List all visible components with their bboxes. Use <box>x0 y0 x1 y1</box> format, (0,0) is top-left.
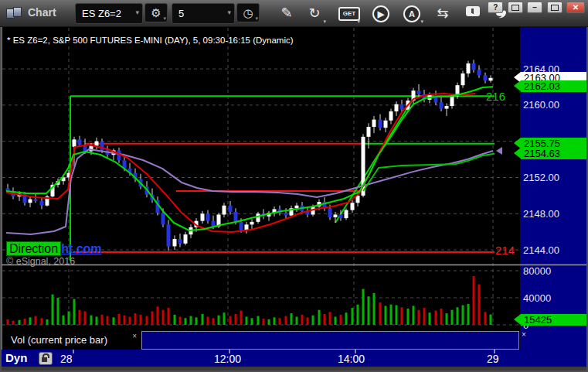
close-icon[interactable]: × <box>132 332 137 340</box>
vol-study-tab-label: Vol (current price bar) <box>11 334 107 346</box>
volume-bar <box>207 317 209 326</box>
time-template-button[interactable]: ◷ ▾ <box>236 3 260 22</box>
chevron-down-icon: ▾ <box>255 15 258 22</box>
chart-window: Chart ES Z6=2 ▾ ⚙ ▾ 5 ▾ ◷ ▾ ✎ ↻ ▾ GET ▾ … <box>0 0 588 372</box>
copyright-text: © eSignal, 2016 <box>6 256 75 267</box>
chat-icon <box>466 6 480 16</box>
minimize-button[interactable]: – <box>527 2 542 13</box>
symbol-combo[interactable]: ES Z6=2 ▾ <box>75 3 143 24</box>
pencil-icon: ✎ <box>280 5 292 21</box>
volume-bar <box>251 318 253 325</box>
volume-bar <box>79 310 81 325</box>
volume-bar <box>340 315 342 325</box>
volume-bar <box>24 319 26 325</box>
maximize-button[interactable] <box>547 2 563 13</box>
candle-body <box>167 224 171 246</box>
volume-bar <box>318 310 321 325</box>
candle-body <box>229 206 233 212</box>
volume-bar <box>240 311 243 325</box>
vol-study-tab[interactable]: Vol (current price bar) × <box>3 331 141 350</box>
lock-icon[interactable] <box>39 352 53 365</box>
candle-body <box>100 142 104 151</box>
volume-bar <box>291 313 293 325</box>
candle-body <box>345 210 348 219</box>
volume-bar <box>174 315 176 325</box>
candle-body <box>178 239 182 244</box>
volume-bar <box>157 306 159 325</box>
candle-body <box>356 196 360 203</box>
volume-bar <box>101 315 104 325</box>
auto-trade-button[interactable]: A ▾ <box>400 5 423 23</box>
volume-bar <box>263 319 265 325</box>
candle-body <box>417 90 421 94</box>
candle-body <box>472 63 476 70</box>
volume-bar <box>379 302 382 325</box>
volume-bar <box>12 321 15 325</box>
volume-bar <box>473 276 475 325</box>
chat-button[interactable] <box>462 5 485 23</box>
candle-body <box>379 120 382 128</box>
volume-bar <box>223 312 226 325</box>
toolbar: Chart ES Z6=2 ▾ ⚙ ▾ 5 ▾ ◷ ▾ ✎ ↻ ▾ GET ▾ … <box>0 0 588 27</box>
candle-body <box>284 213 288 216</box>
watermark-link[interactable]: ht.com <box>61 242 101 255</box>
window-controls: ? – ✕ <box>487 2 585 13</box>
volume-bar <box>35 316 37 325</box>
candle-body <box>334 214 338 217</box>
chevron-down-icon: ▾ <box>135 9 139 16</box>
price-tick-label: 2144.00 <box>523 244 559 256</box>
volume-bar <box>440 309 443 325</box>
volume-bar <box>484 312 487 325</box>
volume-bar <box>446 313 448 325</box>
volume-bar <box>195 317 198 325</box>
price-chart[interactable] <box>0 0 588 372</box>
volume-bar <box>357 305 359 325</box>
draw-pencil-button[interactable]: ✎ <box>275 5 298 23</box>
volume-bar <box>63 316 65 325</box>
share-button[interactable]: ⇆ <box>431 5 454 23</box>
volume-bar <box>68 312 70 326</box>
volume-bar <box>29 317 32 325</box>
play-button[interactable]: ▶ <box>369 5 393 23</box>
volume-bar <box>179 317 182 326</box>
chevron-down-icon: ▾ <box>420 19 423 25</box>
volume-bar <box>146 316 148 325</box>
chart-window-icon <box>6 7 23 19</box>
symbol-settings-button[interactable]: ⚙ ▾ <box>144 3 168 22</box>
red-line-label: 214 <box>495 244 519 257</box>
time-axis-label[interactable]: 28 <box>60 353 73 365</box>
volume-bar <box>257 316 260 325</box>
replay-button[interactable]: ↻ ▾ <box>303 5 326 23</box>
send-icon: ⇆ <box>437 5 448 21</box>
volume-tick-label: 40000 <box>523 292 551 304</box>
volume-bar <box>41 318 43 325</box>
interval-combo[interactable]: 5 ▾ <box>172 3 235 24</box>
chevron-down-icon: ▾ <box>227 9 231 16</box>
time-axis-label[interactable]: 29 <box>487 353 499 365</box>
dynamic-mode-label[interactable]: Dyn <box>5 351 27 364</box>
volume-bar <box>246 317 248 326</box>
dock-button[interactable] <box>508 2 523 13</box>
candle-body <box>73 139 76 146</box>
chevron-down-icon: ▾ <box>357 19 360 25</box>
indicator-price-badge: 2154.63 <box>521 148 587 159</box>
get-data-button[interactable]: GET ▾ <box>337 5 360 23</box>
auto-a-icon: A <box>403 5 420 22</box>
volume-bar <box>285 316 287 325</box>
candle-body <box>450 96 454 106</box>
time-axis-label[interactable]: 14:00 <box>338 353 365 365</box>
zigzag-line <box>335 96 415 223</box>
current-volume-badge: 15425 <box>521 314 587 326</box>
volume-bar <box>401 307 403 325</box>
candle-body <box>29 200 32 203</box>
volume-bar <box>396 305 398 325</box>
time-axis-label[interactable]: 12:00 <box>214 353 241 365</box>
volume-bar <box>352 308 354 325</box>
panel-close-icon[interactable]: × <box>522 330 526 339</box>
volume-bar <box>490 315 492 325</box>
volume-bar <box>52 295 54 325</box>
volume-bar <box>124 316 126 325</box>
help-button[interactable]: ? <box>488 2 503 13</box>
candle-body <box>95 142 99 146</box>
close-button[interactable]: ✕ <box>566 2 585 13</box>
